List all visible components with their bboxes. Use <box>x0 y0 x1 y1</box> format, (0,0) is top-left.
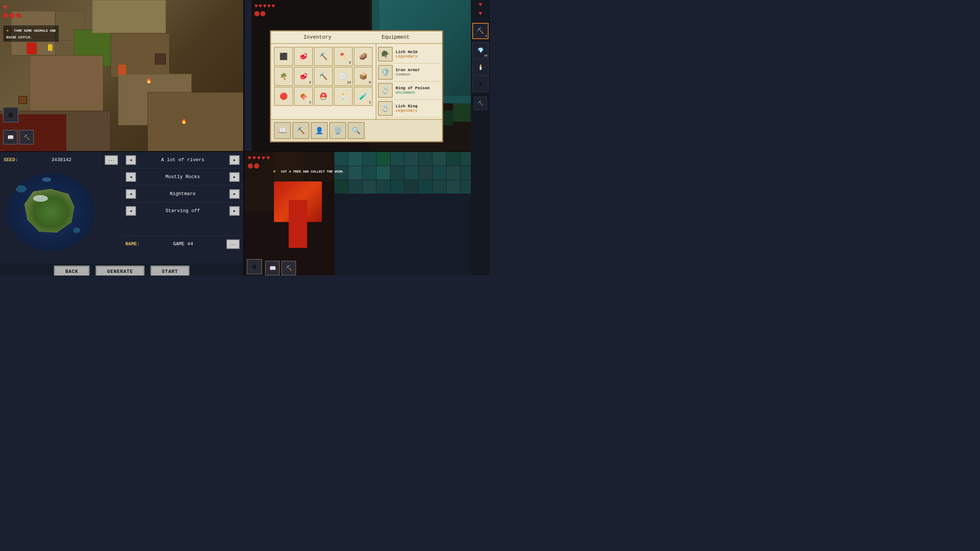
quest-star-left: ★ <box>6 28 9 33</box>
inventory-grid-container: ⬛ 🥩 ⛏️ 🪓 2 🥔 🌴 <box>271 44 376 119</box>
eq-icon-ring2[interactable]: 💍 <box>378 101 393 116</box>
settings-button-left[interactable]: ⚙️ <box>3 107 18 123</box>
back-button[interactable]: BACK <box>54 266 90 276</box>
npc-yellow <box>48 44 52 51</box>
eq-icon-armor[interactable]: 🛡️ <box>378 65 393 80</box>
far-right-slot-candle[interactable]: 🕯️ <box>472 59 488 75</box>
inv-slot-3[interactable]: 🪓 2 <box>334 47 353 66</box>
inventory-title: Inventory <box>304 34 331 40</box>
option-starving-prev[interactable]: ◀ <box>126 206 136 216</box>
start-button[interactable]: START <box>150 266 189 276</box>
option-rocks-label: Mostly Rocks <box>136 174 229 180</box>
seed-options-button[interactable]: ... <box>105 155 118 165</box>
inv-slot-7[interactable]: 🔨 <box>314 67 333 86</box>
option-starving-next[interactable]: ▶ <box>229 206 240 216</box>
inventory-body: ⬛ 🥩 ⛏️ 🪓 2 🥔 🌴 <box>271 44 442 119</box>
settings-button-right[interactable]: ⚙️ <box>247 259 262 274</box>
heart-r-3: ♥ <box>263 3 267 10</box>
name-options-button[interactable]: ... <box>226 239 240 249</box>
inv-item-stone2: ⚪ <box>339 72 347 80</box>
option-nightmare-prev[interactable]: ◀ <box>126 189 136 199</box>
inv-tool-search[interactable]: 🔍 <box>348 122 364 139</box>
resource-circle-1 <box>3 13 8 18</box>
inv-count-3: 2 <box>349 61 351 65</box>
inv-slot-8[interactable]: ⚪ 12 <box>334 67 353 86</box>
bottom-button-row: BACK GENERATE START <box>0 263 243 276</box>
eq-icon-helm[interactable]: 🪖 <box>378 47 393 62</box>
pickaxe-button-right[interactable]: ⛏️ <box>281 261 296 276</box>
heart-r-5: ♥ <box>271 3 275 10</box>
far-right-pickaxe-icon: ⛏️ <box>477 27 484 35</box>
lava-stem <box>289 200 307 248</box>
option-nightmare-next[interactable]: ▶ <box>229 189 240 199</box>
campfire-2: 🔥 <box>181 118 187 124</box>
option-rivers-row: ◀ A lot of rivers ▶ <box>122 151 243 168</box>
world-map <box>3 170 99 255</box>
far-right-slot-gem[interactable]: 💎 16 <box>472 42 488 58</box>
name-value: GAME #4 <box>142 241 224 247</box>
health-heart-left: ♥ <box>3 3 21 11</box>
far-right-slot-potion[interactable]: ⚗️ <box>472 76 488 92</box>
right-bottom-quest: ★ CUT A TREE AND COLLECT THE WOOD. <box>273 168 345 174</box>
inv-slot-9[interactable]: 📦 8 <box>353 67 373 86</box>
book-button-right[interactable]: 📖 <box>265 261 280 276</box>
inv-tool-book[interactable]: 📖 <box>274 122 291 139</box>
bottom-resources-row <box>248 163 270 169</box>
center-divider <box>243 0 245 276</box>
name-row: NAME: GAME #4 ... <box>122 235 243 252</box>
inv-slot-2[interactable]: ⛏️ <box>314 47 333 66</box>
eq-name-helm: Lich Helm <box>396 50 441 54</box>
left-quest-text: TAME SOME ANIMALS AND RAISE CATTLE. <box>6 29 56 40</box>
inv-slot-12[interactable]: ⛑️ <box>314 87 333 106</box>
resource-circle-2 <box>10 13 15 18</box>
eq-rarity-ring2: Legendary <box>396 108 441 113</box>
horizontal-divider-left <box>0 151 243 152</box>
option-rocks-row: ◀ Mostly Rocks ▶ <box>122 168 243 185</box>
res-b-1 <box>248 163 253 169</box>
inv-count-11: 1 <box>309 101 311 104</box>
inv-item-candle: 🕯️ <box>339 92 347 100</box>
inv-slot-5[interactable]: 🌴 <box>274 67 293 86</box>
heart-r-4: ♥ <box>267 3 271 10</box>
inv-tool-character[interactable]: 👤 <box>311 122 328 139</box>
far-right-potion-icon: ⚗️ <box>479 81 482 88</box>
inventory-grid: ⬛ 🥩 ⛏️ 🪓 2 🥔 🌴 <box>271 44 376 109</box>
inv-slot-1[interactable]: 🥩 <box>294 47 313 66</box>
inv-slot-13[interactable]: 🕯️ <box>334 87 353 106</box>
right-quest-text: CUT A TREE AND COLLECT THE WOOD. <box>281 170 345 174</box>
eq-item-3: 💍 Lich Ring Legendary <box>378 100 441 118</box>
inv-tool-pickaxe[interactable]: ⛏️ <box>293 122 309 139</box>
option-rocks-prev[interactable]: ◀ <box>126 172 136 182</box>
eq-icon-ring1[interactable]: 💍 <box>378 83 393 98</box>
far-right-slot-pickaxe[interactable]: ⛏️ 4 <box>472 23 488 39</box>
heart-b-3: ♥ <box>257 155 261 162</box>
inv-item-potion: 🧪 <box>359 92 367 100</box>
inv-slot-10[interactable]: 🔴 <box>274 87 293 106</box>
seed-label: SEED: <box>4 157 18 162</box>
eq-rarity-helm: Legendary <box>396 54 441 59</box>
inv-count-8: 12 <box>347 81 351 84</box>
option-rocks-next[interactable]: ▶ <box>229 172 240 182</box>
heart-b-2: ♥ <box>253 155 256 162</box>
inv-tool-trash[interactable]: 🗑️ <box>329 122 346 139</box>
heart-b-1: ♥ <box>248 155 251 162</box>
inv-slot-6[interactable]: 🥩 2 <box>294 67 313 86</box>
pickaxe-button-left[interactable]: ⛏️ <box>19 130 34 145</box>
inv-slot-14[interactable]: 🧪 1 <box>353 87 373 106</box>
stone-tile-4 <box>245 182 274 211</box>
inv-slot-11[interactable]: 🍖 1 <box>294 87 313 106</box>
far-right-heart2: ♥ <box>479 10 482 17</box>
book-button-left[interactable]: 📖 <box>3 130 18 145</box>
option-rivers-prev[interactable]: ◀ <box>126 155 136 165</box>
option-rivers-label: A lot of rivers <box>136 157 229 162</box>
inv-item-stone: ⬛ <box>280 53 288 61</box>
inv-slot-0[interactable]: ⬛ <box>274 47 293 66</box>
inv-slot-4[interactable]: 🥔 <box>353 47 373 66</box>
far-right-candle-icon: 🕯️ <box>477 64 484 70</box>
heart-r-2: ♥ <box>259 3 262 10</box>
option-rivers-next[interactable]: ▶ <box>229 155 240 165</box>
heart-b-4: ♥ <box>262 155 266 162</box>
eq-info-ring2: Lich Ring Legendary <box>396 104 441 113</box>
generate-button[interactable]: GENERATE <box>95 266 144 276</box>
far-right-slot-pickaxe2[interactable]: ⛏️ <box>474 97 487 110</box>
